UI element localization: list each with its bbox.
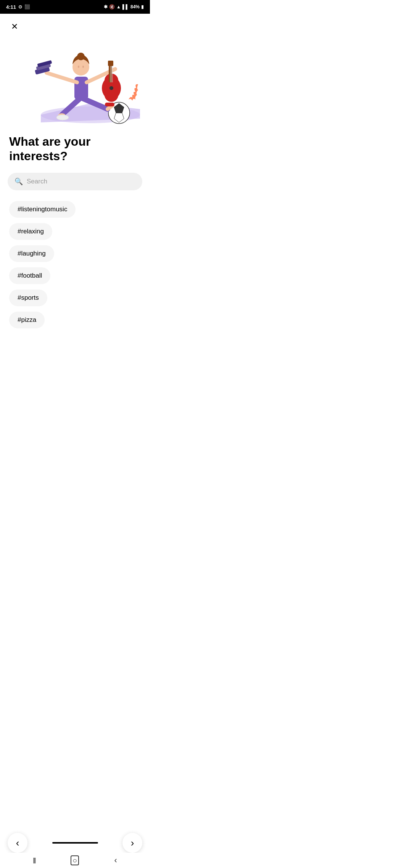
- svg-point-33: [78, 66, 79, 68]
- svg-line-15: [47, 73, 77, 82]
- svg-rect-14: [74, 77, 88, 100]
- svg-rect-30: [105, 103, 114, 106]
- svg-point-34: [82, 66, 84, 68]
- interests-illustration: [10, 39, 140, 126]
- search-input[interactable]: [27, 178, 135, 185]
- status-right: ✱ 🔇 ▲ ▌▌ 84% ▮: [104, 4, 144, 10]
- battery-icon: ▮: [141, 4, 144, 10]
- interest-tag-laughing[interactable]: #laughing: [9, 245, 54, 262]
- status-left: 4:11 ⊙ ⬛: [6, 4, 30, 10]
- battery-text: 84%: [130, 4, 140, 10]
- svg-point-23: [109, 86, 113, 90]
- svg-point-31: [72, 59, 89, 76]
- camera-icon: ⬛: [24, 4, 30, 10]
- main-content: ✕: [0, 14, 150, 328]
- svg-rect-29: [108, 61, 113, 66]
- interest-tag-relaxing[interactable]: #relaxing: [9, 223, 52, 240]
- clock-icon: ⊙: [18, 4, 22, 10]
- illustration-container: [8, 37, 142, 128]
- bluetooth-icon: ✱: [104, 4, 108, 10]
- close-icon: ✕: [11, 23, 18, 31]
- wifi-icon: ▲: [116, 4, 121, 10]
- status-time: 4:11: [6, 4, 16, 10]
- status-bar: 4:11 ⊙ ⬛ ✱ 🔇 ▲ ▌▌ 84% ▮: [0, 0, 150, 14]
- svg-point-35: [56, 115, 69, 120]
- close-button[interactable]: ✕: [8, 20, 21, 34]
- interest-tag-sports[interactable]: #sports: [9, 289, 47, 306]
- interest-tag-listeningtomusic[interactable]: #listeningtomusic: [9, 201, 76, 218]
- interest-tag-football[interactable]: #football: [9, 267, 50, 284]
- search-bar[interactable]: 🔍: [8, 173, 142, 190]
- interests-list: #listeningtomusic #relaxing #laughing #f…: [8, 201, 142, 328]
- signal-bars: ▌▌: [122, 4, 129, 10]
- svg-point-32: [77, 53, 85, 60]
- mute-icon: 🔇: [109, 4, 115, 10]
- page-title: What are your interests?: [8, 134, 142, 164]
- interest-tag-pizza[interactable]: #pizza: [9, 312, 45, 328]
- svg-point-22: [105, 88, 118, 102]
- search-icon: 🔍: [14, 177, 23, 186]
